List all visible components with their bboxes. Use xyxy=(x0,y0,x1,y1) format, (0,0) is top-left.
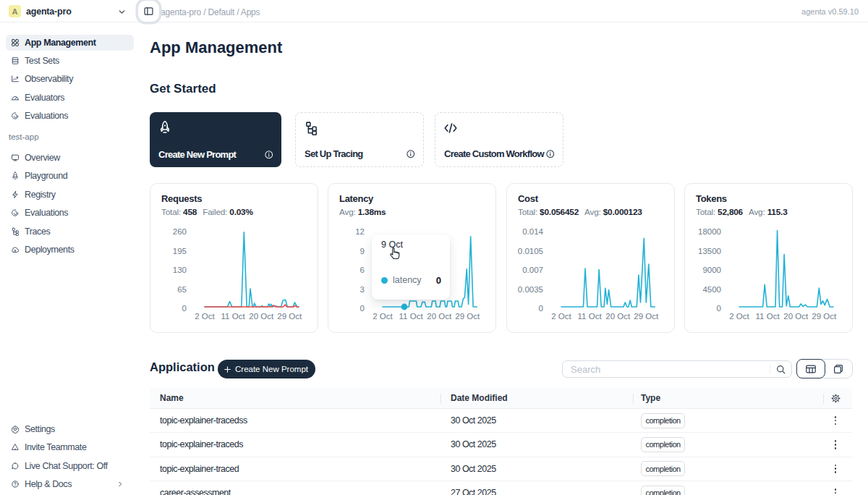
sidebar-item-label: Traces xyxy=(25,227,50,237)
svg-text:0: 0 xyxy=(539,304,543,313)
mouse-cursor-pointer xyxy=(388,248,401,265)
gear-icon xyxy=(11,425,20,433)
table-row[interactable]: career-assessment27 Oct 2025completion xyxy=(150,481,852,495)
info-icon[interactable] xyxy=(406,149,416,159)
row-menu-icon[interactable] xyxy=(833,486,839,495)
column-header-label: Date Modified xyxy=(451,393,508,403)
svg-text:29 Oct: 29 Oct xyxy=(455,312,480,321)
sidebar-item-test-sets[interactable]: Test Sets xyxy=(6,53,134,69)
sidebar-item-label: Invite Teammate xyxy=(25,442,86,452)
svg-text:0: 0 xyxy=(360,304,365,313)
row-menu-icon[interactable] xyxy=(833,462,839,475)
cell-date-modified: 30 Oct 2025 xyxy=(441,464,634,474)
sidebar-item-observability[interactable]: Observability xyxy=(6,71,134,87)
svg-text:11 Oct: 11 Oct xyxy=(221,312,246,321)
sidebar-item-overview[interactable]: Overview xyxy=(6,150,134,166)
sidebar-item-label: Playground xyxy=(25,171,67,181)
sidebar-item-playground[interactable]: Playground xyxy=(6,168,134,184)
svg-text:65: 65 xyxy=(177,285,187,294)
sidebar-toggle-button[interactable] xyxy=(138,1,159,22)
breadcrumb-item[interactable]: Default xyxy=(208,7,234,17)
cell-date-modified: 30 Oct 2025 xyxy=(441,415,634,426)
get-started-card-label: Create New Prompt xyxy=(158,149,236,160)
svg-text:29 Oct: 29 Oct xyxy=(812,312,837,321)
column-header-name: Name xyxy=(150,388,441,408)
search-input[interactable] xyxy=(563,361,770,377)
chevron-right-icon xyxy=(116,481,124,488)
chart-plot-requests[interactable]: 0651301952602 Oct11 Oct20 Oct29 Oct xyxy=(150,184,319,334)
project-label: test-app xyxy=(9,132,39,141)
info-icon[interactable] xyxy=(545,149,556,159)
table-row[interactable]: topic-explainer-traced30 Oct 2025complet… xyxy=(150,457,852,481)
svg-text:20 Oct: 20 Oct xyxy=(427,312,452,321)
chart-line-icon xyxy=(11,75,20,83)
app-grid-icon xyxy=(11,38,20,47)
sidebar-item-registry[interactable]: Registry xyxy=(6,187,134,203)
sidebar-item-evaluations[interactable]: Evaluations xyxy=(6,205,134,221)
sidebar-item-live-chat-support-off[interactable]: Live Chat Support: Off xyxy=(6,458,134,474)
plus-icon xyxy=(224,365,231,373)
sidebar-item-invite-teammate[interactable]: Invite Teammate xyxy=(6,439,134,455)
svg-text:260: 260 xyxy=(173,227,187,236)
cell-name: topic-explainer-tracedss xyxy=(150,415,441,426)
sidebar-item-evaluations[interactable]: Evaluations xyxy=(6,108,134,124)
chart-card-tokens: TokensTotal: 52,806Avg: 115.304500900013… xyxy=(684,183,853,333)
info-icon[interactable] xyxy=(264,150,274,160)
cell-type: completion xyxy=(634,413,824,428)
breadcrumb[interactable]: agenta-pro / Default / Apps xyxy=(161,7,260,17)
tree-structure-icon xyxy=(11,227,20,236)
breadcrumb-item[interactable]: Apps xyxy=(241,7,260,17)
sidebar-item-label: Evaluations xyxy=(25,208,68,218)
get-started-card-create-new-prompt[interactable]: Create New Prompt xyxy=(150,112,281,167)
chart-donut-icon xyxy=(11,111,20,120)
table-row[interactable]: topic-explainer-tracedss30 Oct 2025compl… xyxy=(150,409,852,433)
sidebar-item-deployments[interactable]: Deployments xyxy=(6,242,134,258)
svg-text:4500: 4500 xyxy=(702,285,721,294)
sidebar-item-label: App Management xyxy=(25,38,96,48)
gear-icon[interactable] xyxy=(830,393,841,404)
table-view-toggle[interactable] xyxy=(796,359,825,378)
svg-text:0.0105: 0.0105 xyxy=(518,247,543,255)
search-button[interactable] xyxy=(770,361,791,377)
svg-text:12: 12 xyxy=(355,227,365,236)
create-new-prompt-button[interactable]: Create New Prompt xyxy=(218,360,315,378)
sidebar-item-settings[interactable]: Settings xyxy=(6,421,134,437)
chevron-down-icon xyxy=(117,7,127,16)
sidebar-item-label: Help & Docs xyxy=(25,479,72,489)
table-row[interactable]: topic-explainer-traceds30 Oct 2025comple… xyxy=(150,433,852,457)
svg-text:130: 130 xyxy=(173,266,187,274)
breadcrumb-item[interactable]: agenta-pro xyxy=(161,7,201,17)
svg-text:0: 0 xyxy=(717,304,721,313)
rocket-icon xyxy=(11,172,20,180)
row-menu-icon[interactable] xyxy=(833,438,839,451)
sidebar-item-traces[interactable]: Traces xyxy=(6,224,134,240)
get-started-card-set-up-tracing[interactable]: Set Up Tracing xyxy=(295,112,424,167)
svg-text:18000: 18000 xyxy=(698,227,721,236)
tooltip-series-value: 0 xyxy=(436,275,441,286)
sidebar-item-label: Deployments xyxy=(25,245,75,255)
version-label: agenta v0.59.10 xyxy=(801,7,859,16)
page-title: App Management xyxy=(150,38,282,57)
gauge-icon xyxy=(11,93,20,102)
sidebar-item-app-management[interactable]: App Management xyxy=(6,35,134,51)
sidebar-item-help-docs[interactable]: Help & Docs xyxy=(6,476,134,492)
sidebar-item-evaluators[interactable]: Evaluators xyxy=(6,90,134,106)
svg-text:0: 0 xyxy=(182,304,187,313)
panel-left-icon xyxy=(143,6,154,17)
card-view-toggle[interactable] xyxy=(825,360,852,378)
svg-text:20 Oct: 20 Oct xyxy=(605,312,631,321)
get-started-card-label: Create Custom Workflow xyxy=(444,148,544,159)
sidebar-item-label: Live Chat Support: Off xyxy=(25,461,108,471)
svg-text:11 Oct: 11 Oct xyxy=(756,312,780,321)
sidebar-item-label: Observability xyxy=(25,74,73,84)
table-body: topic-explainer-tracedss30 Oct 2025compl… xyxy=(150,409,852,495)
get-started-card-create-custom-workflow[interactable]: Create Custom Workflow xyxy=(435,112,563,167)
code-icon xyxy=(443,121,458,135)
chart-plot-tokens[interactable]: 04500900013500180002 Oct11 Oct20 Oct29 O… xyxy=(685,184,854,334)
workspace-selector[interactable]: A agenta-pro xyxy=(0,0,134,22)
cloud-arrow-up-icon xyxy=(11,245,20,254)
table-header: NameDate ModifiedType xyxy=(150,388,852,409)
table-rows-icon xyxy=(11,56,20,65)
row-menu-icon[interactable] xyxy=(833,414,839,427)
chart-plot-cost[interactable]: 00.00350.0070.01050.0142 Oct11 Oct20 Oct… xyxy=(507,184,676,334)
